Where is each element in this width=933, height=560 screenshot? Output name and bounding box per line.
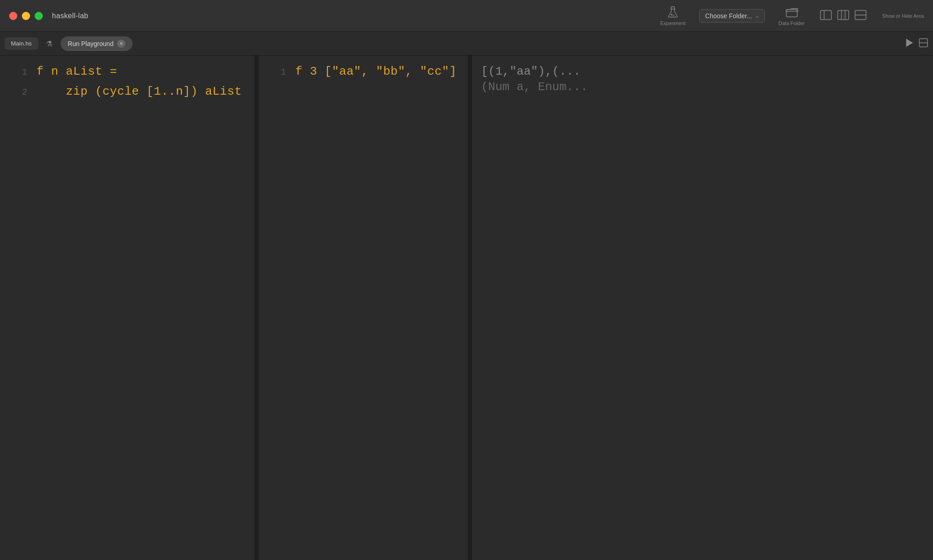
playground-code-text-1: f 3 ["aa", "bb", "cc"] bbox=[295, 65, 456, 78]
play-icon bbox=[904, 38, 914, 48]
line-number-2: 2 bbox=[9, 87, 27, 97]
experiment-button[interactable]: Experiment bbox=[660, 6, 686, 26]
playground-line-number-1: 1 bbox=[268, 67, 286, 77]
output-panel: [(1,"aa"),(... (Num a, Enum... bbox=[472, 56, 933, 560]
panel-divider-2 bbox=[468, 56, 472, 560]
data-folder-icon bbox=[785, 6, 798, 19]
layout-btn-2[interactable] bbox=[836, 8, 851, 23]
svg-point-1 bbox=[671, 14, 673, 15]
layout-icon-1 bbox=[820, 10, 832, 20]
show-hide-area-button[interactable]: Show or Hide Area bbox=[882, 13, 924, 19]
playground-panel: 1 f 3 ["aa", "bb", "cc"] bbox=[259, 56, 468, 560]
show-hide-area-label: Show or Hide Area bbox=[882, 13, 924, 19]
layout-btn-3[interactable] bbox=[853, 8, 868, 23]
tab-bar-right bbox=[904, 38, 928, 49]
line-number-1: 1 bbox=[9, 67, 27, 77]
code-line-2: 2 zip (cycle [1..n]) aList bbox=[0, 85, 255, 105]
experiment-icon bbox=[666, 6, 679, 19]
output-type: (Num a, Enum... bbox=[481, 80, 924, 94]
svg-rect-6 bbox=[838, 10, 849, 20]
file-tab[interactable]: Main.hs bbox=[5, 37, 38, 50]
output-result: [(1,"aa"),(... bbox=[481, 65, 924, 78]
chevron-icon: ⌄ bbox=[756, 12, 759, 19]
svg-rect-4 bbox=[820, 10, 831, 20]
data-folder-label: Data Folder bbox=[779, 20, 805, 26]
layout-btn-1[interactable] bbox=[818, 8, 834, 23]
experiment-label: Experiment bbox=[660, 20, 686, 26]
layout-icon-2 bbox=[837, 10, 849, 20]
choose-folder-button[interactable]: Choose Folder... ⌄ bbox=[699, 9, 765, 23]
layout-buttons bbox=[818, 8, 868, 23]
layout-icon-3 bbox=[855, 10, 866, 20]
data-folder-button[interactable]: Data Folder bbox=[779, 6, 805, 26]
tab-bar: Main.hs ⚗ Run Playground ✕ bbox=[0, 32, 933, 56]
close-button[interactable] bbox=[9, 12, 17, 20]
beaker-separator-icon: ⚗ bbox=[46, 37, 52, 50]
minimize-icon bbox=[918, 38, 928, 48]
code-line-1: 1 f n aList = bbox=[0, 65, 255, 85]
code-area[interactable]: 1 f n aList = 2 zip (cycle [1..n]) aList bbox=[0, 56, 255, 560]
panel-minimize-button[interactable] bbox=[918, 38, 928, 49]
file-tab-label: Main.hs bbox=[11, 40, 32, 47]
playground-line-1: 1 f 3 ["aa", "bb", "cc"] bbox=[259, 65, 468, 85]
svg-marker-11 bbox=[906, 39, 913, 47]
traffic-lights bbox=[9, 12, 43, 20]
run-playground-button[interactable]: Run Playground ✕ bbox=[61, 36, 133, 51]
title-bar: haskell-lab Experiment Choose Folder... … bbox=[0, 0, 933, 32]
app-title: haskell-lab bbox=[52, 12, 88, 20]
code-text-1: f n aList = bbox=[36, 65, 117, 78]
code-text-2: zip (cycle [1..n]) aList bbox=[36, 85, 242, 98]
output-content: [(1,"aa"),(... (Num a, Enum... bbox=[472, 56, 933, 103]
playground-code-area[interactable]: 1 f 3 ["aa", "bb", "cc"] bbox=[259, 56, 468, 560]
run-playground-close-icon[interactable]: ✕ bbox=[117, 40, 125, 48]
svg-rect-3 bbox=[786, 10, 797, 17]
run-playground-label: Run Playground bbox=[68, 40, 113, 47]
editor-panel: 1 f n aList = 2 zip (cycle [1..n]) aList bbox=[0, 56, 255, 560]
choose-folder-label: Choose Folder... bbox=[705, 12, 752, 20]
svg-point-2 bbox=[673, 15, 674, 16]
panel-divider-1 bbox=[255, 56, 259, 560]
run-button[interactable] bbox=[904, 38, 914, 49]
minimize-window-button[interactable] bbox=[22, 12, 30, 20]
main-content: 1 f n aList = 2 zip (cycle [1..n]) aList… bbox=[0, 56, 933, 560]
title-bar-right: Experiment Choose Folder... ⌄ Data Folde… bbox=[660, 6, 924, 26]
maximize-window-button[interactable] bbox=[35, 12, 43, 20]
